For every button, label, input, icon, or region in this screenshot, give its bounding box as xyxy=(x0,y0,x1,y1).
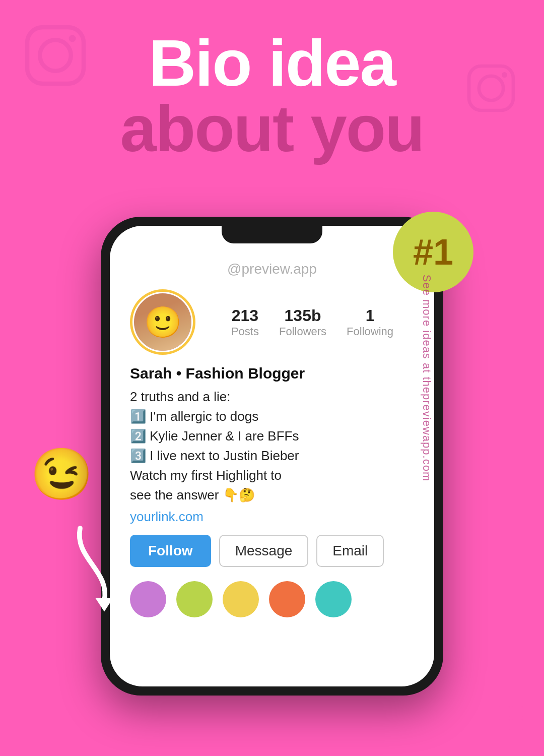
app-watermark: @preview.app xyxy=(130,261,414,277)
followers-count: 135b xyxy=(279,306,326,325)
wink-emoji: 😉 xyxy=(30,445,93,504)
circle-teal xyxy=(315,581,352,617)
email-button[interactable]: Email xyxy=(316,535,384,567)
posts-label: Posts xyxy=(231,325,259,338)
bio-line-4: 3️⃣ I live next to Justin Bieber xyxy=(130,448,299,463)
profile-row: 🙂 213 Posts 135b Followers xyxy=(130,289,414,355)
side-text: See more ideas at thepreviewapp.com xyxy=(420,275,433,481)
profile-name: Sarah • Fashion Blogger xyxy=(130,365,414,382)
avatar-face: 🙂 xyxy=(134,293,191,351)
bio-line-1: 2 truths and a lie: xyxy=(130,389,230,404)
follow-button[interactable]: Follow xyxy=(130,535,211,567)
phone-screen: @preview.app 🙂 213 Posts xyxy=(110,226,434,686)
posts-count: 213 xyxy=(231,306,259,325)
background: Bio idea about you 😉 #1 @preview.app xyxy=(0,0,544,756)
color-circles xyxy=(130,581,414,617)
stats-row: 213 Posts 135b Followers 1 Following xyxy=(211,306,414,338)
following-count: 1 xyxy=(347,306,393,325)
header: Bio idea about you xyxy=(0,30,544,161)
brand-icon xyxy=(499,706,524,736)
svg-rect-7 xyxy=(499,706,510,717)
bio-line-2: 1️⃣ I'm allergic to dogs xyxy=(130,409,258,424)
circle-green xyxy=(176,581,213,617)
title-line2: about you xyxy=(0,96,544,161)
svg-rect-8 xyxy=(512,706,523,717)
bio-text: 2 truths and a lie: 1️⃣ I'm allergic to … xyxy=(130,387,414,505)
svg-rect-9 xyxy=(499,719,510,730)
avatar: 🙂 xyxy=(132,292,193,352)
phone-frame: #1 @preview.app 🙂 xyxy=(101,217,443,696)
action-buttons: Follow Message Email xyxy=(130,535,414,567)
svg-marker-6 xyxy=(95,598,113,612)
bio-link[interactable]: yourlink.com xyxy=(130,509,414,525)
stat-followers: 135b Followers xyxy=(279,306,326,338)
circle-yellow xyxy=(223,581,259,617)
bio-line-3: 2️⃣ Kylie Jenner & I are BFFs xyxy=(130,428,299,444)
circle-orange xyxy=(269,581,305,617)
svg-rect-10 xyxy=(512,719,523,730)
following-label: Following xyxy=(347,325,393,338)
title-line1: Bio idea xyxy=(0,30,544,96)
bio-line-6: see the answer 👇🤔 xyxy=(130,487,255,502)
arrow-decoration xyxy=(65,522,131,615)
message-button[interactable]: Message xyxy=(219,535,309,567)
stat-posts: 213 Posts xyxy=(231,306,259,338)
bio-line-5: Watch my first Highlight to xyxy=(130,468,282,483)
followers-label: Followers xyxy=(279,325,326,338)
stat-following: 1 Following xyxy=(347,306,393,338)
phone-mockup: #1 @preview.app 🙂 xyxy=(101,217,443,696)
phone-notch xyxy=(222,226,322,243)
circle-purple xyxy=(130,581,166,617)
avatar-ring: 🙂 xyxy=(130,289,195,355)
